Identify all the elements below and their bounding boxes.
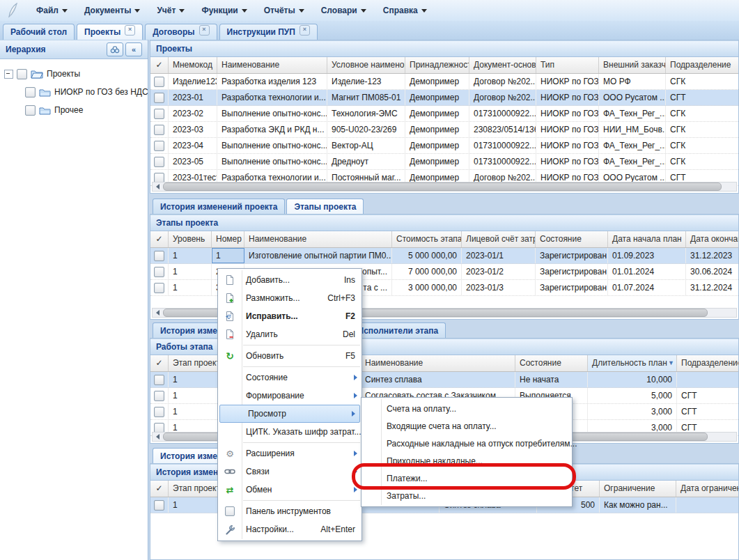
menubar-item-Файл[interactable]: Файл — [28, 3, 76, 18]
column-header-Стоимость этапа[interactable]: Стоимость этапа — [392, 231, 462, 247]
tab-Проекты[interactable]: Проекты× — [77, 24, 143, 40]
menu-item-Просмотр[interactable]: Просмотр — [219, 405, 360, 423]
tree-node-Прочее[interactable]: Прочее — [0, 101, 148, 119]
table-row[interactable]: 2023-02Выполнение опытно-конс...Технолог… — [150, 106, 738, 122]
menu-item-Размножить...[interactable]: Размножить...Ctrl+F3 — [218, 289, 361, 307]
tree-checkbox[interactable] — [25, 87, 36, 98]
column-header-Уровень[interactable]: Уровень — [169, 231, 212, 247]
close-icon[interactable]: × — [300, 25, 310, 36]
submenu-item-Затраты...[interactable]: Затраты... — [361, 487, 572, 504]
column-header-Дата начала план[interactable]: Дата начала план — [608, 231, 686, 247]
column-header-Состояние[interactable]: Состояние — [515, 355, 588, 371]
tab-Этапы проекта[interactable]: Этапы проекта — [286, 199, 364, 214]
menu-item-Формирование[interactable]: Формирование — [218, 387, 361, 405]
cell: Как можно ран... — [600, 497, 676, 513]
column-header-Тип[interactable]: Тип — [536, 57, 599, 73]
scroll-left-icon[interactable] — [153, 182, 163, 191]
menubar-item-Учёт[interactable]: Учёт — [148, 3, 193, 18]
menubar-item-Справка[interactable]: Справка — [375, 3, 435, 18]
menu-item-Обмен[interactable]: ⇄Обмен — [218, 481, 361, 499]
table-row[interactable]: 2023-03Разработка ЭКД и РКД н...905-U020… — [150, 122, 738, 138]
tree-checkbox[interactable] — [17, 69, 27, 79]
table-row[interactable]: 2023-05Выполнение опытно-конс...Дредноут… — [150, 154, 738, 170]
column-header-Принадлежность[interactable]: Принадлежность — [405, 57, 469, 73]
row-checkbox[interactable] — [154, 375, 164, 385]
select-all-header[interactable]: ✓ — [150, 355, 169, 371]
menu-separator — [243, 345, 360, 345]
row-checkbox[interactable] — [154, 77, 164, 87]
row-checkbox[interactable] — [154, 500, 164, 511]
table-row[interactable]: 2023-01Разработка технологии и...Магнит … — [150, 90, 738, 106]
column-header-Дата ограничения[interactable]: Дата ограничения — [676, 481, 739, 497]
column-header-Номер[interactable]: Номер — [212, 231, 244, 247]
close-icon[interactable]: × — [125, 25, 135, 36]
select-all-header[interactable]: ✓ — [150, 481, 169, 497]
column-header-Внешний заказчик[interactable]: Внешний заказчик — [599, 57, 666, 73]
select-all-header[interactable]: ✓ — [150, 231, 169, 247]
row-checkbox[interactable] — [154, 283, 164, 293]
tab-Инструкции ПУП[interactable]: Инструкции ПУП× — [219, 24, 318, 40]
menu-item-Добавить...[interactable]: Добавить...Ins — [218, 271, 361, 289]
tree-node-НИОКР по ГОЗ без НДС[interactable]: НИОКР по ГОЗ без НДС — [0, 83, 148, 101]
menu-item-Связи[interactable]: Связи — [218, 462, 361, 481]
scrollbar-thumb[interactable] — [163, 182, 722, 191]
collapse-icon[interactable]: « — [125, 42, 142, 56]
submenu-item-Счета на оплату...[interactable]: Счета на оплату... — [361, 400, 572, 417]
menubar-item-Словари[interactable]: Словари — [313, 3, 375, 18]
row-checkbox[interactable] — [154, 267, 164, 277]
row-checkbox[interactable] — [154, 109, 164, 119]
submenu-item-Платежи...[interactable]: Платежи... — [361, 469, 572, 487]
submenu-item-Расходные накладные на отпуск потребителям...[interactable]: Расходные накладные на отпуск потребител… — [361, 435, 572, 452]
column-header-Ограничение[interactable]: Ограничение — [600, 481, 676, 497]
table-row[interactable]: Изделие123Разработка изделия 123Изделие-… — [150, 74, 738, 90]
column-header-Документ-основание[interactable]: Документ-основание — [469, 57, 536, 73]
tab-Исполнители этапа[interactable]: Исполнители этапа — [350, 322, 446, 338]
select-all-header[interactable]: ✓ — [150, 57, 169, 73]
submenu-item-Приходные накладные...[interactable]: Приходные накладные... — [361, 452, 572, 469]
column-header-Подразделение[interactable]: Подразделение — [666, 57, 739, 73]
menu-item-Настройки...[interactable]: Настройки...Alt+Enter — [218, 520, 361, 538]
row-checkbox[interactable] — [154, 407, 164, 417]
row-checkbox[interactable] — [154, 125, 164, 135]
tab-История изменений проекта[interactable]: История изменений проекта — [153, 199, 285, 214]
cell — [677, 372, 739, 387]
column-header-Наименование[interactable]: Наименование — [361, 355, 515, 371]
column-header-Условное наименование[interactable]: Условное наименование — [327, 57, 405, 73]
menu-item-ЦИТК. Указать шифр затрат...[interactable]: ЦИТК. Указать шифр затрат... — [218, 423, 361, 441]
column-header-Наименование[interactable]: Наименование — [244, 231, 392, 247]
expander-icon[interactable] — [4, 70, 13, 79]
close-icon[interactable]: × — [199, 25, 210, 36]
tab-Рабочий стол[interactable]: Рабочий стол — [3, 24, 75, 40]
table-row[interactable]: 11Изготовление опытной партии ПМ0...5 00… — [150, 248, 738, 264]
menu-item-Исправить...[interactable]: Исправить...F2 — [218, 307, 361, 325]
table-row[interactable]: 2023-04Выполнение опытно-конс...Вектор-А… — [150, 138, 738, 154]
submenu-item-Входящие счета на оплату...[interactable]: Входящие счета на оплату... — [361, 417, 572, 435]
menu-item-Состояние[interactable]: Состояние — [218, 368, 361, 387]
menu-item-Удалить[interactable]: УдалитьDel — [218, 325, 361, 343]
column-header-Наименование[interactable]: Наименование — [217, 57, 327, 73]
menubar-item-Функции[interactable]: Функции — [193, 3, 255, 18]
scroll-left-icon[interactable] — [153, 309, 163, 317]
column-header-Подразделение-исполнитель[interactable]: Подразделение-исполнитель — [677, 355, 739, 371]
column-header-Состояние[interactable]: Состояние — [536, 231, 608, 247]
tree-node-Проекты[interactable]: Проекты — [0, 65, 148, 83]
row-checkbox[interactable] — [154, 391, 164, 401]
menubar-item-Документы[interactable]: Документы — [76, 3, 148, 18]
column-header-Длительность план[interactable]: Длительность план▼ — [588, 355, 677, 371]
row-checkbox[interactable] — [154, 141, 164, 151]
column-header-Дата окончания[interactable]: Дата окончания — [686, 231, 739, 247]
tree-checkbox[interactable] — [25, 105, 36, 116]
projects-hscrollbar[interactable] — [152, 182, 737, 192]
row-checkbox[interactable] — [154, 157, 164, 167]
row-checkbox[interactable] — [154, 251, 164, 261]
menu-item-Расширения[interactable]: ⚙Расширения — [218, 444, 361, 462]
scroll-left-icon[interactable] — [153, 433, 163, 441]
menu-item-Панель инструментов[interactable]: Панель инструментов — [218, 502, 361, 520]
tab-Договоры[interactable]: Договоры× — [145, 24, 217, 40]
menu-item-Обновить[interactable]: ↻ОбновитьF5 — [218, 347, 361, 365]
menubar-item-Отчёты[interactable]: Отчёты — [256, 3, 313, 18]
row-checkbox[interactable] — [154, 93, 164, 103]
column-header-Мнемокод[interactable]: Мнемокод — [169, 57, 217, 73]
column-header-Лицевой счёт затрат.[interactable]: Лицевой счёт затрат. — [462, 231, 536, 247]
binoculars-icon[interactable] — [107, 42, 123, 56]
